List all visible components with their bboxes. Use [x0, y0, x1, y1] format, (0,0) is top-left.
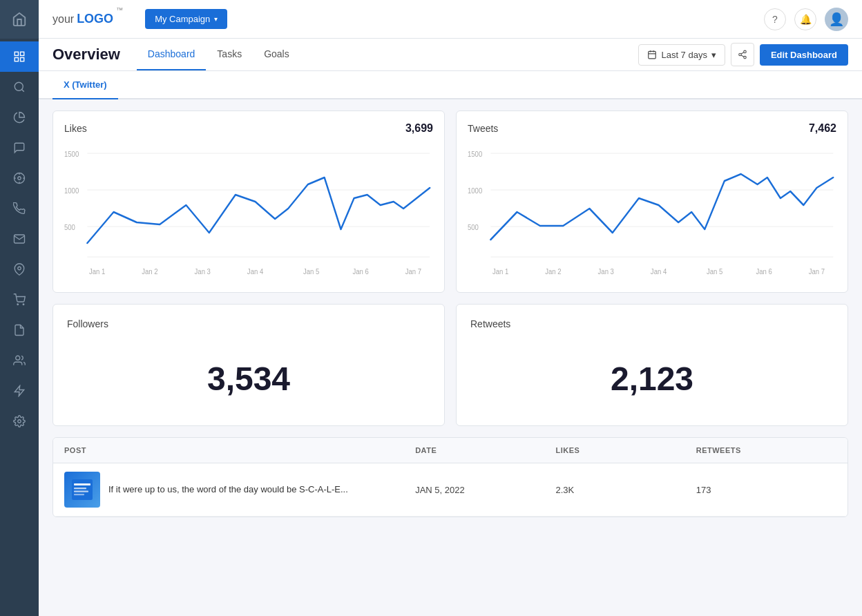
content-tab-twitter[interactable]: X (Twitter): [52, 71, 118, 99]
crosshair-icon: [13, 172, 26, 184]
table-header: POST DATE LIKES RETWEETS: [53, 438, 847, 463]
svg-marker-16: [15, 386, 24, 396]
svg-text:1500: 1500: [468, 151, 483, 158]
sidebar-item-settings[interactable]: [0, 406, 39, 436]
svg-text:Jan 7: Jan 7: [809, 268, 825, 276]
svg-rect-2: [15, 58, 18, 61]
tweets-card-header: Tweets 7,462: [468, 122, 836, 135]
svg-text:Jan 4: Jan 4: [651, 268, 667, 276]
post-text: If it were up to us, the word of the day…: [108, 483, 348, 496]
svg-text:Jan 2: Jan 2: [142, 268, 157, 276]
header-nav: Overview Dashboard Tasks Goals Last 7 da…: [39, 39, 862, 71]
svg-point-24: [744, 56, 747, 59]
svg-text:1500: 1500: [64, 151, 79, 158]
date-range-button[interactable]: Last 7 days ▾: [638, 44, 725, 66]
svg-text:Jan 1: Jan 1: [89, 268, 105, 276]
sidebar-item-integrations[interactable]: [0, 376, 39, 406]
svg-line-26: [741, 52, 744, 54]
stats-grid: Followers 3,534 Retweets 2,123: [52, 304, 848, 426]
tab-goals[interactable]: Goals: [253, 39, 300, 70]
topbar: your LOGO ™ My Campaign ▾ ? 🔔 👤: [39, 0, 862, 39]
sidebar-item-analytics[interactable]: [0, 102, 39, 133]
tweets-chart: 1500 1000 500 Jan 1 Jan 2 Jan 3 Jan 4 Ja…: [468, 143, 836, 281]
sidebar-item-location[interactable]: [0, 254, 39, 285]
sidebar-item-cart[interactable]: [0, 285, 39, 315]
sidebar-item-mail[interactable]: [0, 224, 39, 254]
sidebar-item-grid[interactable]: [0, 41, 39, 72]
svg-point-17: [18, 420, 21, 423]
sidebar-logo: [0, 0, 39, 39]
pie-chart-icon: [13, 111, 26, 124]
logo-tm: ™: [116, 6, 123, 14]
search-icon: [13, 81, 26, 93]
svg-rect-58: [74, 491, 88, 492]
sidebar: [0, 0, 39, 616]
share-icon: [738, 50, 747, 59]
campaign-label: My Campaign: [155, 14, 210, 24]
settings-icon: [13, 415, 26, 427]
table-row: If it were up to us, the word of the day…: [53, 463, 847, 517]
svg-rect-59: [74, 494, 84, 495]
date-range-label: Last 7 days: [661, 50, 707, 60]
header-actions: Last 7 days ▾ Edit Dashboard: [638, 43, 848, 66]
tweets-value: 7,462: [809, 122, 836, 135]
svg-text:Jan 5: Jan 5: [303, 268, 320, 276]
svg-rect-18: [649, 51, 656, 59]
logo-text: your: [52, 13, 74, 26]
svg-text:Jan 1: Jan 1: [492, 268, 508, 276]
tweets-chart-svg: 1500 1000 500 Jan 1 Jan 2 Jan 3 Jan 4 Ja…: [468, 143, 836, 281]
tweets-title: Tweets: [468, 123, 498, 134]
svg-point-15: [16, 356, 20, 360]
likes-chart-svg: 1500 1000 500 Jan 1 Jan 2 Jan 3: [64, 143, 433, 281]
date-range-arrow: ▾: [711, 50, 716, 60]
page-title: Overview: [52, 46, 120, 64]
post-thumb-img: [72, 479, 93, 500]
topbar-right: ? 🔔 👤: [764, 8, 848, 31]
main-area: your LOGO ™ My Campaign ▾ ? 🔔 👤 Overview…: [39, 0, 862, 616]
likes-chart: 1500 1000 500 Jan 1 Jan 2 Jan 3: [64, 143, 433, 281]
home-icon: [12, 12, 27, 27]
tab-dashboard[interactable]: Dashboard: [137, 39, 207, 70]
svg-point-14: [23, 304, 24, 305]
avatar[interactable]: 👤: [825, 8, 848, 31]
sidebar-item-phone[interactable]: [0, 193, 39, 224]
svg-text:Jan 7: Jan 7: [405, 268, 421, 276]
svg-text:Jan 3: Jan 3: [195, 268, 211, 276]
grid-icon: [13, 50, 26, 63]
sidebar-item-document[interactable]: [0, 315, 39, 345]
notifications-button[interactable]: 🔔: [794, 8, 816, 30]
sidebar-item-search[interactable]: [0, 72, 39, 102]
post-cell: If it were up to us, the word of the day…: [64, 472, 415, 508]
sidebar-item-team[interactable]: [0, 345, 39, 376]
svg-text:Jan 5: Jan 5: [707, 268, 723, 276]
message-icon: [13, 142, 26, 154]
svg-point-13: [17, 304, 19, 305]
posts-table: POST DATE LIKES RETWEETS: [52, 437, 848, 517]
svg-point-4: [15, 82, 23, 90]
post-thumbnail: [64, 472, 100, 508]
share-button[interactable]: [731, 43, 754, 66]
svg-text:Jan 6: Jan 6: [756, 268, 772, 276]
campaign-button[interactable]: My Campaign ▾: [145, 9, 227, 29]
retweets-value: 2,123: [470, 346, 834, 412]
sidebar-item-messages[interactable]: [0, 133, 39, 163]
users-icon: [13, 354, 26, 367]
edit-dashboard-button[interactable]: Edit Dashboard: [760, 44, 848, 66]
svg-rect-0: [15, 52, 18, 55]
zap-icon: [13, 385, 26, 397]
sidebar-item-targeting[interactable]: [0, 163, 39, 193]
help-button[interactable]: ?: [764, 8, 786, 30]
logo-area: your LOGO ™: [52, 12, 123, 26]
retweets-title: Retweets: [470, 318, 834, 329]
tab-tasks[interactable]: Tasks: [206, 39, 253, 70]
campaign-arrow: ▾: [214, 15, 218, 23]
svg-text:500: 500: [64, 224, 75, 231]
calendar-icon: [647, 50, 657, 59]
svg-point-22: [744, 50, 747, 53]
svg-point-23: [739, 53, 742, 56]
svg-point-7: [18, 177, 21, 180]
svg-text:Jan 6: Jan 6: [352, 268, 368, 276]
svg-text:500: 500: [468, 224, 479, 231]
file-icon: [13, 324, 26, 336]
col-post: POST: [64, 446, 415, 454]
